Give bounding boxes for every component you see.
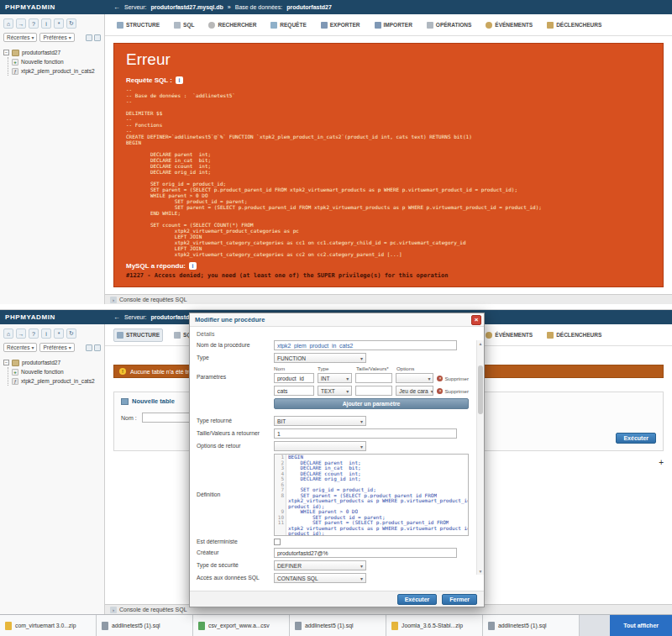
sql-line: SET parent = (SELECT p.product_parent_id…: [126, 187, 651, 192]
home-icon[interactable]: ⌂: [3, 18, 13, 29]
nav-filter-dropdown[interactable]: Récentes▾: [3, 343, 37, 352]
tab[interactable]: ÉVÉNEMENTS: [482, 18, 536, 32]
sidebar-item-routine[interactable]: xtpk2_plem_product_in_cats2: [12, 376, 102, 386]
routine-icon: [12, 378, 18, 385]
sql-icon: [174, 332, 181, 339]
execute-button[interactable]: Exécuter: [616, 433, 656, 444]
settings-icon[interactable]: *: [54, 18, 64, 29]
chevron-down-icon: ▾: [428, 376, 430, 381]
remove-parameter-link[interactable]: Supprimer: [437, 376, 469, 381]
definer-label: Créateur: [197, 549, 274, 556]
home-icon[interactable]: ⌂: [3, 329, 13, 339]
remove-parameter-link[interactable]: Supprimer: [437, 388, 469, 394]
logout-icon[interactable]: →: [16, 18, 26, 29]
return-length-input[interactable]: [274, 428, 457, 439]
refresh-icon[interactable]: ↻: [66, 329, 76, 339]
routine-name-input[interactable]: [274, 340, 457, 350]
panel-dock-icon[interactable]: [94, 34, 101, 41]
breadcrumb-server-link[interactable]: produtorfastd27.mysql.db: [150, 4, 223, 10]
execute-button[interactable]: Exécuter: [397, 594, 438, 605]
expand-plus-icon[interactable]: +: [659, 458, 664, 467]
tab[interactable]: SQL: [171, 18, 197, 32]
sidebar-item-new-function[interactable]: Nouvelle fonction: [12, 57, 102, 66]
dialog-scrollbar[interactable]: ▲ ▼: [476, 340, 484, 575]
show-all-downloads-button[interactable]: Tout afficher: [610, 615, 672, 636]
info-icon[interactable]: i: [189, 262, 197, 270]
logout-icon[interactable]: →: [16, 329, 26, 339]
return-type-select[interactable]: BIT ▾: [274, 416, 366, 426]
param-name-input[interactable]: [274, 386, 314, 396]
param-size-input[interactable]: [355, 373, 392, 383]
tab[interactable]: ÉVÉNEMENTS: [482, 329, 536, 342]
param-options-select[interactable]: ▾: [396, 373, 433, 383]
security-type-select[interactable]: DEFINER ▾: [274, 560, 366, 570]
sidebar-item-new-function[interactable]: Nouvelle fonction: [12, 367, 102, 376]
download-item[interactable]: addlinetest5 (1).sql: [97, 615, 193, 636]
collapse-icon[interactable]: −: [3, 50, 9, 55]
download-item[interactable]: Joomla_3.6.5-Stabl...zip: [386, 615, 483, 636]
add-parameter-button[interactable]: Ajouter un paramètre: [274, 398, 469, 409]
nav-filter-dropdown[interactable]: Préférées▾: [39, 343, 74, 352]
tab[interactable]: STRUCTURE: [113, 18, 163, 32]
close-icon[interactable]: ×: [471, 315, 481, 325]
panel-dock-icon[interactable]: [94, 344, 101, 351]
info-icon[interactable]: i: [41, 329, 51, 339]
tab[interactable]: DÉCLENCHEURS: [543, 329, 605, 342]
dialog-title-bar[interactable]: Modifier une procédure ×: [190, 313, 484, 327]
app-logo[interactable]: PHPMYADMIN: [0, 3, 105, 11]
info-icon[interactable]: i: [41, 18, 51, 29]
sql-access-select[interactable]: CONTAINS SQL ▾: [274, 573, 366, 583]
tab[interactable]: RECHERCHER: [205, 18, 260, 32]
panel-collapse-icon[interactable]: [86, 34, 92, 41]
routine-type-select[interactable]: FUNCTION ▾: [274, 353, 366, 363]
download-item[interactable]: csv_export_www.a...csv: [193, 615, 290, 636]
nav-tree: − produtorfastd27 Nouvelle fonction xtpk…: [0, 355, 104, 386]
return-options-select[interactable]: ▾: [274, 441, 366, 451]
download-item[interactable]: addlinetest5 (1).sql: [290, 615, 386, 636]
scroll-down-icon[interactable]: ▼: [477, 568, 484, 575]
tab[interactable]: DÉCLENCHEURS: [543, 18, 605, 32]
app-logo[interactable]: PHPMYADMIN: [0, 313, 105, 321]
param-size-input[interactable]: [355, 386, 392, 396]
collapse-icon[interactable]: −: [3, 360, 9, 365]
tab[interactable]: STRUCTURE: [113, 329, 163, 342]
nav-filters: Récentes▾Préférées▾: [0, 31, 104, 45]
param-type-select[interactable]: INT▾: [318, 373, 352, 383]
structure-icon: [117, 22, 123, 29]
definer-input[interactable]: [274, 548, 457, 558]
docs-icon[interactable]: ?: [29, 329, 39, 339]
refresh-icon[interactable]: ↻: [66, 18, 76, 29]
deterministic-checkbox[interactable]: [274, 539, 281, 545]
settings-icon[interactable]: *: [54, 329, 64, 339]
tab[interactable]: OPÉRATIONS: [423, 18, 475, 32]
triggers-icon: [547, 332, 554, 339]
param-options-select[interactable]: Jeu de cara▾: [396, 386, 433, 396]
sidebar-item-database[interactable]: − produtorfastd27: [3, 48, 102, 57]
deterministic-label: Est déterministe: [197, 539, 274, 545]
sql-console-bar[interactable]: Console de requêtes SQL: [105, 294, 672, 304]
param-type-select[interactable]: TEXT▾: [318, 386, 352, 396]
tab[interactable]: REQUÊTE: [267, 18, 309, 32]
routine-type-label: Type: [197, 355, 274, 361]
close-button[interactable]: Fermer: [442, 594, 477, 605]
sidebar-item-routine[interactable]: xtpk2_plem_product_in_cats2: [12, 66, 102, 76]
param-name-input[interactable]: [274, 373, 314, 383]
sidebar-item-database[interactable]: − produtorfastd27: [3, 358, 102, 367]
tab[interactable]: EXPORTER: [318, 18, 364, 32]
sql-line: SET orig_id = product_id;: [126, 181, 651, 187]
routine-type-row: Type FUNCTION ▾: [197, 353, 470, 363]
nav-filter-dropdown[interactable]: Préférées▾: [39, 33, 74, 42]
definition-editor[interactable]: 1 BEGIN 2 DECLARE parent int; 3: [274, 454, 469, 536]
back-arrow-icon[interactable]: ←: [113, 3, 120, 11]
info-icon[interactable]: i: [176, 76, 183, 84]
download-item[interactable]: com_virtuemart 3.0...zip: [0, 615, 97, 636]
docs-icon[interactable]: ?: [29, 18, 39, 29]
scrollbar-thumb[interactable]: [478, 365, 483, 414]
nav-filter-dropdown[interactable]: Récentes▾: [3, 33, 37, 42]
tab[interactable]: IMPORTER: [371, 18, 416, 32]
scroll-up-icon[interactable]: ▲: [477, 340, 484, 347]
breadcrumb-db-link[interactable]: produtorfastd27: [286, 4, 332, 10]
back-arrow-icon[interactable]: ←: [113, 313, 120, 321]
panel-collapse-icon[interactable]: [86, 344, 92, 351]
download-item[interactable]: addlinetest5 (1).sql: [483, 615, 580, 636]
